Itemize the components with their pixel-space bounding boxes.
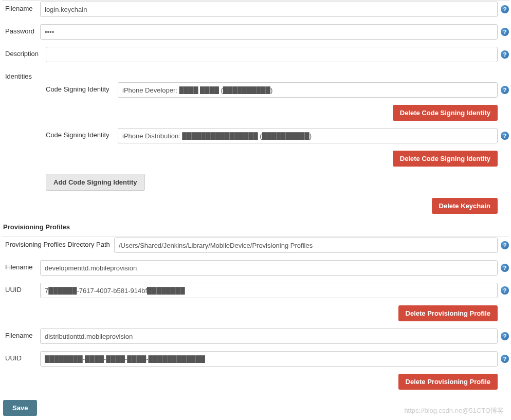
help-icon[interactable]: ? [501,241,509,249]
profile-filename-label: Filename [2,328,40,339]
profile-filename-input-1[interactable] [40,260,498,276]
description-label: Description [2,47,46,58]
help-icon[interactable]: ? [501,332,509,340]
profile-uuid-label: UUID [2,283,40,294]
save-button[interactable]: Save [3,400,37,416]
delete-code-signing-identity-button[interactable]: Delete Code Signing Identity [393,105,498,121]
profile-uuid-input-1[interactable] [40,283,498,298]
help-icon[interactable]: ? [501,286,509,295]
code-signing-identity-input-1[interactable] [118,82,498,98]
help-icon[interactable]: ? [501,355,509,363]
provisioning-dir-input[interactable] [114,238,498,253]
delete-provisioning-profile-button[interactable]: Delete Provisioning Profile [398,305,498,321]
code-signing-identity-label: Code Signing Identity [46,128,118,139]
profile-uuid-label: UUID [2,351,40,362]
help-icon[interactable]: ? [501,264,509,272]
password-input[interactable] [40,24,498,40]
watermark-text: https://blog.csdn.ne@51CTO博客 [404,406,504,415]
delete-provisioning-profile-button[interactable]: Delete Provisioning Profile [398,374,498,390]
profile-filename-label: Filename [2,260,40,271]
help-icon[interactable]: ? [501,86,509,94]
help-icon[interactable]: ? [501,132,509,140]
filename-input[interactable] [40,2,498,17]
code-signing-identity-input-2[interactable] [118,128,498,143]
code-signing-identity-label: Code Signing Identity [46,82,118,93]
identities-label: Identities [2,69,40,80]
delete-code-signing-identity-button[interactable]: Delete Code Signing Identity [393,151,498,167]
provisioning-dir-label: Provisioning Profiles Directory Path [2,238,114,248]
profile-uuid-input-2[interactable] [40,351,498,367]
provisioning-profiles-header: Provisioning Profiles [2,223,509,231]
profile-filename-input-2[interactable] [40,328,498,344]
filename-label: Filename [2,2,40,12]
help-icon[interactable]: ? [501,28,509,36]
description-input[interactable] [46,47,498,62]
password-label: Password [2,24,40,35]
help-icon[interactable]: ? [501,50,509,59]
add-code-signing-identity-button[interactable]: Add Code Signing Identity [46,174,145,191]
delete-keychain-button[interactable]: Delete Keychain [432,198,498,214]
help-icon[interactable]: ? [501,5,509,13]
